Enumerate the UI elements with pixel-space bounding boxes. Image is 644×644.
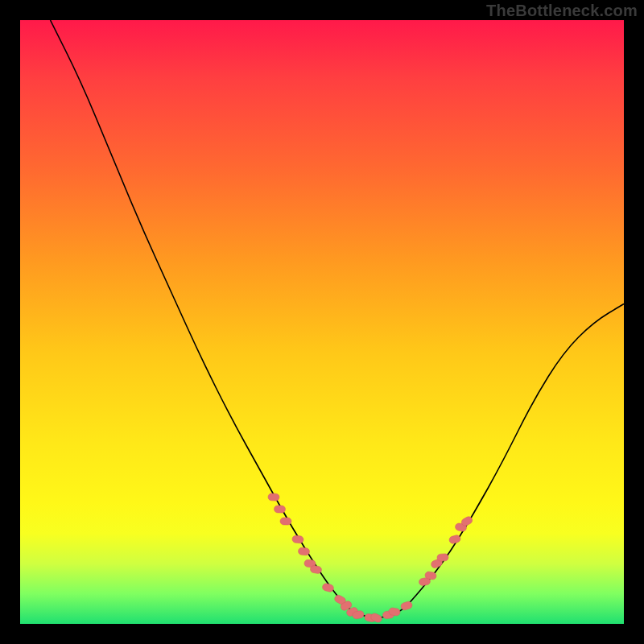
highlight-marker [437,554,448,562]
bottleneck-curve [51,20,625,618]
highlight-markers [268,493,474,624]
watermark-text: TheBottleneck.com [486,2,638,20]
chart-svg [20,20,624,624]
highlight-marker [268,493,279,502]
highlight-marker [274,506,285,513]
highlight-marker [280,518,291,525]
highlight-marker [292,535,304,543]
chart-plot-area [20,20,624,624]
highlight-marker [310,565,322,574]
highlight-marker [298,547,310,555]
highlight-marker [322,583,335,592]
